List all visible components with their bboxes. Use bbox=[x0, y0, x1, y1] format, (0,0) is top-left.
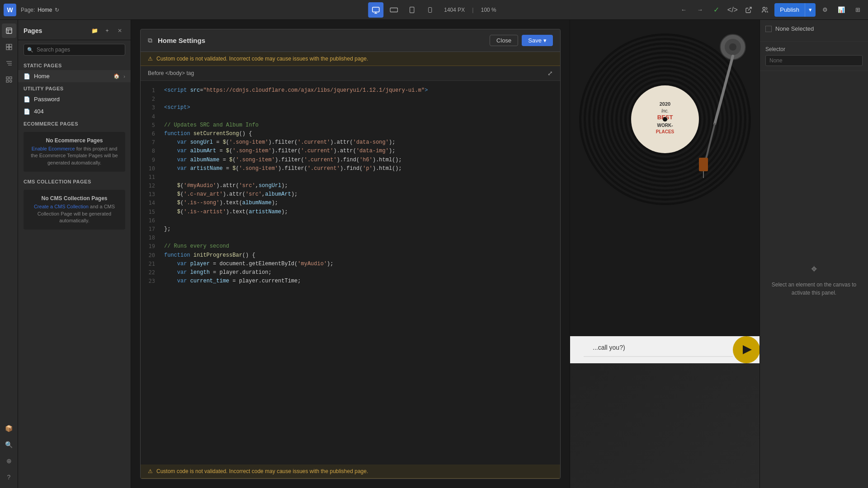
cms-pages-label: CMS Collection Pages bbox=[18, 175, 131, 186]
settings-btn[interactable]: ⚙ bbox=[818, 3, 832, 17]
svg-point-52 bbox=[663, 117, 667, 122]
editor-area: ⧉ Home Settings Close Save ▾ ⚠ Custom co… bbox=[131, 20, 570, 488]
sidebar-icon-bar: 📦 🔍 ⊕ ? bbox=[0, 20, 18, 488]
modal-action-buttons: Close Save ▾ bbox=[490, 35, 553, 46]
svg-text:...call you?): ...call you?) bbox=[593, 344, 625, 351]
sidebar-icon-cms[interactable]: 📦 bbox=[2, 421, 16, 436]
selector-label: Selector bbox=[765, 46, 863, 52]
page-name-password: Password bbox=[34, 96, 125, 103]
sidebar-icon-components[interactable] bbox=[2, 40, 16, 54]
pages-panel-header: Pages 📁 + ✕ bbox=[18, 20, 131, 40]
sidebar-icon-search[interactable]: 🔍 bbox=[2, 437, 16, 452]
modal-save-btn[interactable]: Save ▾ bbox=[522, 35, 553, 46]
warning-text-top: Custom code is not validated. Incorrect … bbox=[156, 56, 368, 62]
svg-text:WORK-: WORK- bbox=[657, 123, 673, 128]
topbar-center-tools: 1404 PX | 100 % bbox=[368, 2, 500, 18]
save-dropdown-arrow[interactable]: ▾ bbox=[543, 37, 547, 44]
sidebar-icon-integrations[interactable]: ⊕ bbox=[2, 454, 16, 468]
tablet-portrait-view-btn[interactable] bbox=[404, 2, 420, 18]
none-selected-checkbox[interactable] bbox=[765, 26, 772, 32]
px-display: 1404 PX bbox=[444, 7, 465, 13]
desktop-view-btn[interactable] bbox=[368, 2, 383, 18]
sidebar-icon-navigator[interactable] bbox=[2, 56, 16, 70]
mobile-view-btn[interactable] bbox=[422, 2, 438, 18]
code-section-label: Before </body> tag bbox=[148, 70, 194, 76]
page-item-home[interactable]: 📄 Home 🏠 › bbox=[18, 70, 131, 82]
sidebar-icon-help[interactable]: ? bbox=[2, 470, 16, 484]
svg-rect-3 bbox=[390, 8, 398, 12]
svg-text:2020: 2020 bbox=[659, 101, 670, 107]
page-settings-icon[interactable]: › bbox=[123, 74, 125, 79]
no-ecommerce-title: No Ecommerce Pages bbox=[29, 137, 120, 144]
page-info: Page: Home ↻ bbox=[21, 7, 59, 13]
ecommerce-pages-label: Ecommerce Pages bbox=[18, 117, 131, 128]
page-name-404: 404 bbox=[34, 108, 125, 115]
svg-rect-19 bbox=[9, 77, 12, 79]
page-add-btn[interactable]: + bbox=[102, 25, 113, 36]
users-btn[interactable] bbox=[758, 3, 772, 17]
pages-panel-actions: 📁 + ✕ bbox=[89, 25, 125, 36]
page-item-password[interactable]: 📄 Password bbox=[18, 93, 131, 105]
sidebar-icon-assets[interactable] bbox=[2, 72, 16, 87]
svg-rect-12 bbox=[9, 44, 11, 47]
home-icon[interactable]: 🏠 bbox=[113, 73, 120, 79]
svg-rect-20 bbox=[6, 80, 9, 82]
create-cms-link[interactable]: Create a CMS Collection bbox=[34, 204, 89, 209]
code-expand-btn[interactable]: ⤢ bbox=[547, 70, 553, 77]
home-settings-modal: ⧉ Home Settings Close Save ▾ ⚠ Custom co… bbox=[140, 29, 561, 479]
enable-ecommerce-link[interactable]: Enable Ecommerce bbox=[32, 146, 75, 151]
no-cms-title: No CMS Collection Pages bbox=[29, 195, 120, 202]
ecommerce-description: Enable Ecommerce for this project and th… bbox=[29, 145, 120, 166]
tablet-landscape-view-btn[interactable] bbox=[386, 2, 401, 18]
utility-pages-label: Utility Pages bbox=[18, 82, 131, 93]
publish-btn-label[interactable]: Publish bbox=[774, 3, 805, 17]
right-panel: None Selected Selector None ⌖ Select an … bbox=[760, 20, 868, 488]
svg-text:PLACES: PLACES bbox=[656, 129, 674, 134]
code-section-header: Before </body> tag ⤢ bbox=[141, 66, 560, 81]
publish-dropdown-arrow[interactable]: ▾ bbox=[805, 3, 816, 17]
current-page-name: Home bbox=[38, 7, 52, 13]
cms-description: Create a CMS Collection and a CMS Collec… bbox=[29, 203, 120, 224]
svg-rect-18 bbox=[6, 77, 9, 79]
code-editor-wrapper[interactable]: 12345 678910 1112131415 1617181920 21222… bbox=[141, 81, 560, 465]
warning-icon-bottom: ⚠ bbox=[148, 468, 153, 474]
publish-button[interactable]: Publish ▾ bbox=[774, 3, 816, 17]
cursor-icon: ⌖ bbox=[811, 263, 817, 275]
turntable-visual: 2020 Inc. BEST WORK- PLACES bbox=[570, 20, 760, 488]
undo-btn[interactable]: ← bbox=[677, 3, 690, 17]
svg-rect-58 bbox=[699, 158, 708, 171]
svg-point-21 bbox=[9, 80, 12, 82]
modal-close-btn[interactable]: Close bbox=[490, 35, 518, 46]
svg-rect-11 bbox=[6, 44, 9, 47]
code-content[interactable]: <script src="https://cdnjs.cloudflare.co… bbox=[159, 81, 560, 465]
code-toggle-btn[interactable]: </> bbox=[726, 3, 739, 17]
page-status-icon: ↻ bbox=[55, 7, 59, 13]
svg-text:Inc.: Inc. bbox=[661, 108, 668, 113]
svg-point-7 bbox=[763, 7, 765, 9]
code-section: Before </body> tag ⤢ 12345 678910 111213… bbox=[141, 66, 560, 465]
folder-add-btn[interactable]: 📁 bbox=[89, 25, 100, 36]
share-btn[interactable] bbox=[742, 3, 755, 17]
topbar-right: ← → ✓ </> Publish ▾ ⚙ 📊 ⊞ bbox=[677, 3, 864, 17]
svg-rect-13 bbox=[6, 47, 9, 50]
page-name-home: Home bbox=[34, 73, 110, 80]
canvas-empty-message: ⌖ Select an element on the canvas to act… bbox=[760, 71, 868, 488]
analytics-btn[interactable]: 📊 bbox=[835, 3, 848, 17]
page-file-icon: 📄 bbox=[24, 73, 30, 80]
pages-close-btn[interactable]: ✕ bbox=[114, 25, 125, 36]
canvas-message-text: Select an element on the canvas to activ… bbox=[769, 281, 859, 297]
sidebar-icon-pages[interactable] bbox=[2, 23, 16, 38]
selector-value[interactable]: None bbox=[765, 55, 863, 66]
page-item-404[interactable]: 📄 404 bbox=[18, 105, 131, 117]
selector-section: Selector None bbox=[760, 42, 868, 71]
apps-btn[interactable]: ⊞ bbox=[851, 3, 864, 17]
svg-rect-8 bbox=[6, 28, 12, 33]
search-input[interactable] bbox=[24, 44, 125, 56]
page-label: Page: bbox=[21, 7, 35, 13]
publish-status-icon[interactable]: ✓ bbox=[709, 3, 723, 17]
modal-copy-btn[interactable]: ⧉ bbox=[148, 37, 152, 44]
redo-btn[interactable]: → bbox=[693, 3, 707, 17]
none-selected-row: None Selected bbox=[765, 25, 863, 32]
right-panel-header: None Selected bbox=[760, 20, 868, 42]
search-icon: 🔍 bbox=[27, 47, 33, 53]
